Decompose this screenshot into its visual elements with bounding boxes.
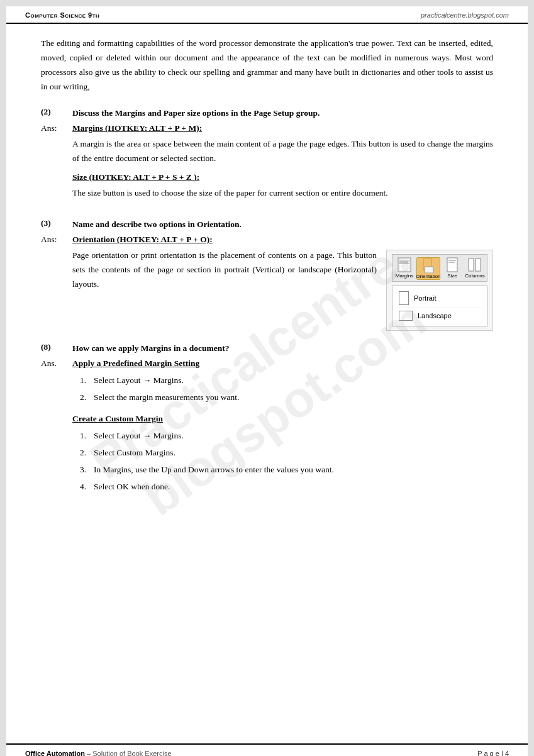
question-2-line: (2) Discuss the Margins and Paper size o… <box>41 107 493 120</box>
svg-rect-0 <box>398 258 411 272</box>
list-item: 1. Select Layout → Margins. <box>72 429 493 443</box>
landscape-icon <box>399 311 413 321</box>
list-item: 2. Select Custom Margins. <box>72 446 493 460</box>
list-num-1: 1. <box>72 374 86 388</box>
custom-step-1: Select Layout → Margins. <box>94 429 493 443</box>
q3-layout: Page orientation or print orientation is… <box>72 248 493 331</box>
portrait-label: Portrait <box>414 294 436 302</box>
columns-label: Columns <box>465 273 485 279</box>
footer-bold-text: Office Automation <box>25 750 85 756</box>
page: Practicalcentre.blogspot.com Computer Sc… <box>6 6 528 756</box>
list-item: 3. In Margins, use the Up and Down arrow… <box>72 463 493 477</box>
q2-ans-label: Ans: <box>41 123 66 207</box>
svg-rect-7 <box>447 258 457 272</box>
predefined-step-1: Select Layout → Margins. <box>94 374 493 388</box>
toolbar-columns: Columns <box>464 257 486 280</box>
custom-step-4: Select OK when done. <box>94 480 493 494</box>
q2-ans-block: Ans: Margins (HOTKEY: ALT + P + M): A ma… <box>41 123 493 207</box>
landscape-label: Landscape <box>418 312 452 320</box>
toolbar-size: Size <box>442 257 463 280</box>
orientation-heading: Orientation (HOTKEY: ALT + P + O): <box>72 235 493 245</box>
question-3-block: (3) Name and describe two options in Ori… <box>41 218 493 331</box>
orientation-toolbar-img: Margins Orientation <box>386 250 493 331</box>
q8-number: (8) <box>41 342 66 355</box>
list-num-2: 2. <box>72 391 86 405</box>
page-content: The editing and formatting capabilities … <box>6 24 528 743</box>
footer-page-number: P a g e | 4 <box>477 750 509 756</box>
portrait-icon <box>399 291 409 305</box>
margins-heading: Margins (HOTKEY: ALT + P + M): <box>72 123 493 133</box>
intro-paragraph: The editing and formatting capabilities … <box>41 36 493 94</box>
predefined-steps-list: 1. Select Layout → Margins. 2. Select th… <box>72 374 493 405</box>
question-2-block: (2) Discuss the Margins and Paper size o… <box>41 107 493 207</box>
question-8-line: (8) How can we apply Margins in a docume… <box>41 342 493 355</box>
q8-text: How can we apply Margins in a document? <box>72 342 229 355</box>
predefined-heading: Apply a Predefined Margin Setting <box>72 359 493 369</box>
header-website: practicalcentre.blogspot.com <box>421 11 509 19</box>
orientation-options: Portrait Landscape <box>392 286 487 326</box>
margins-icon <box>397 257 412 272</box>
list-num-c3: 3. <box>72 463 86 477</box>
question-3-line: (3) Name and describe two options in Ori… <box>41 218 493 231</box>
columns-icon <box>467 257 482 272</box>
custom-step-3: In Margins, use the Up and Down arrows t… <box>94 463 493 477</box>
header-title: Computer Science 9th <box>25 11 99 19</box>
size-icon <box>445 257 460 272</box>
list-num-c2: 2. <box>72 446 86 460</box>
q3-text: Name and describe two options in Orienta… <box>72 218 242 231</box>
toolbar-row: Margins Orientation <box>392 254 487 282</box>
list-item: 4. Select OK when done. <box>72 480 493 494</box>
predefined-step-2: Select the margin measurements you want. <box>94 391 493 405</box>
size-heading: Size (HOTKEY: ALT + P + S + Z ): <box>72 172 493 182</box>
custom-step-2: Select Custom Margins. <box>94 446 493 460</box>
q3-ans-content: Orientation (HOTKEY: ALT + P + O): Page … <box>72 235 493 331</box>
q8-ans-block: Ans. Apply a Predefined Margin Setting 1… <box>41 359 493 503</box>
q8-ans-content: Apply a Predefined Margin Setting 1. Sel… <box>72 359 493 503</box>
margins-label: Margins <box>396 273 413 279</box>
list-num-c4: 4. <box>72 480 86 494</box>
orientation-label: Orientation <box>416 274 440 279</box>
size-label: Size <box>447 273 457 279</box>
q8-ans-label: Ans. <box>41 359 66 503</box>
list-num-c1: 1. <box>72 429 86 443</box>
q2-text: Discuss the Margins and Paper size optio… <box>72 107 320 120</box>
svg-rect-10 <box>469 258 474 271</box>
question-8-block: (8) How can we apply Margins in a docume… <box>41 342 493 503</box>
q2-ans-content: Margins (HOTKEY: ALT + P + M): A margin … <box>72 123 493 207</box>
orientation-image-box: Margins Orientation <box>386 250 493 331</box>
landscape-option: Landscape <box>398 308 482 323</box>
portrait-option: Portrait <box>398 289 482 308</box>
list-item: 1. Select Layout → Margins. <box>72 374 493 388</box>
footer-left: Office Automation – Solution of Book Exe… <box>25 750 172 756</box>
q2-number: (2) <box>41 107 66 120</box>
custom-steps-list: 1. Select Layout → Margins. 2. Select Cu… <box>72 429 493 494</box>
q3-ans-label: Ans: <box>41 235 66 331</box>
page-footer: Office Automation – Solution of Book Exe… <box>6 743 528 756</box>
toolbar-orientation: Orientation <box>416 257 440 280</box>
size-text: The size button is used to choose the si… <box>72 186 493 201</box>
custom-heading: Create a Custom Margin <box>72 414 493 424</box>
q3-ans-block: Ans: Orientation (HOTKEY: ALT + P + O): … <box>41 235 493 331</box>
svg-rect-11 <box>476 258 481 271</box>
orientation-text: Page orientation or print orientation is… <box>72 248 377 292</box>
svg-rect-6 <box>425 267 433 273</box>
toolbar-margins: Margins <box>394 257 415 280</box>
orientation-icon <box>421 258 436 273</box>
margins-text: A margin is the area or space between th… <box>72 137 493 166</box>
page-header: Computer Science 9th practicalcentre.blo… <box>6 6 528 24</box>
q3-number: (3) <box>41 218 66 231</box>
list-item: 2. Select the margin measurements you wa… <box>72 391 493 405</box>
footer-rest-text: – Solution of Book Exercise <box>87 750 172 756</box>
